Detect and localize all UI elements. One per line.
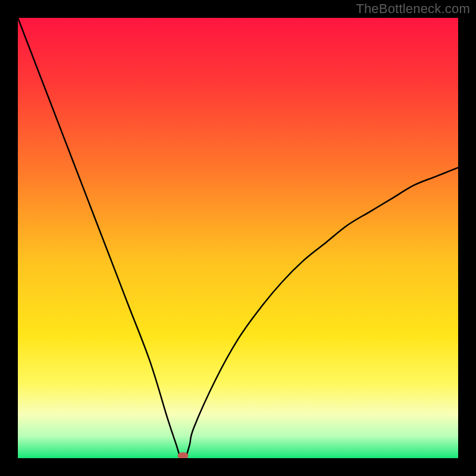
bottleneck-chart-svg [18, 18, 458, 458]
plot-area [18, 18, 458, 458]
gradient-background [18, 18, 458, 458]
watermark-text: TheBottleneck.com [356, 1, 470, 17]
chart-frame: TheBottleneck.com [0, 0, 476, 476]
